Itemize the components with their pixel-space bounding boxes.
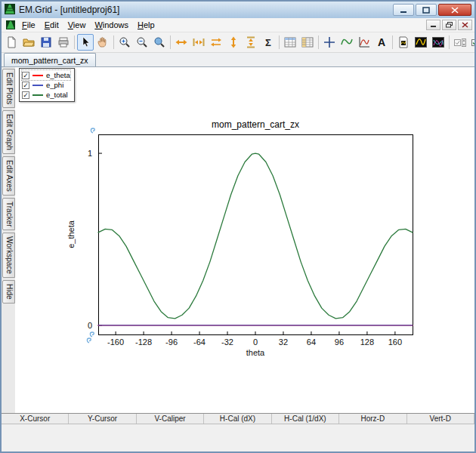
swap-horizontal-icon[interactable] [208,34,224,51]
toolbar-separator [392,35,393,49]
green-curve-icon[interactable] [338,34,355,51]
new-document-icon[interactable] [3,34,20,51]
toolbar-separator [318,35,319,49]
menu-view[interactable]: View [63,19,91,31]
readout-h-cal-1dx: H-Cal (1/dX) [272,414,339,424]
menu-help[interactable]: Help [133,19,159,31]
svg-text:e_theta: e_theta [66,220,76,248]
svg-text:-96: -96 [165,337,178,347]
plot-area: e_theta e_phi e_total mom_pattern_cart_z… [15,67,474,413]
series-color-swatch [32,75,43,76]
readout-x-cursor: X-Cursor [2,414,69,424]
document-tab-bar: mom_pattern_cart_zx [2,53,474,67]
mdi-minimize-button[interactable] [426,20,440,30]
toolbar-separator [279,35,280,49]
zoom-region-icon[interactable] [151,34,168,51]
fit-horizontal-icon[interactable] [190,34,207,51]
toolbar-separator [74,35,75,49]
legend-item-label: e_total [46,91,68,99]
status-bar: X-Cursor Y-Cursor V-Caliper H-Cal (dX) H… [2,413,474,451]
mdi-child-icon[interactable] [6,20,15,29]
open-folder-icon[interactable] [20,34,37,51]
toolbar: Σ A Layout [2,32,474,53]
sidebar-item-edit-axes[interactable]: Edit Axes [2,156,15,196]
sidebar-item-workspace[interactable]: Workspace [2,233,15,278]
readout-h-cal-dx: H-Cal (dX) [204,414,271,424]
sidebar-item-hide[interactable]: Hide [2,280,15,304]
sum-sigma-icon[interactable]: Σ [260,34,277,51]
svg-text:160: 160 [388,337,402,347]
pan-hand-icon[interactable] [94,34,111,51]
select-cursor-icon[interactable] [77,34,94,51]
svg-text:theta: theta [246,348,265,357]
waveform-dark-multi-icon[interactable] [430,34,447,51]
data-table-icon[interactable] [282,34,298,51]
toolbar-separator [170,35,171,49]
plot-legend: e_theta e_phi e_total [19,68,75,102]
series-color-swatch [32,85,43,86]
svg-text:32: 32 [279,337,288,347]
readout-header-row: X-Cursor Y-Cursor V-Caliper H-Cal (dX) H… [2,414,474,424]
menu-windows[interactable]: Windows [90,19,133,31]
maximize-button[interactable] [416,4,437,16]
crosshair-plus-icon[interactable] [321,34,338,51]
menu-edit[interactable]: Edit [40,19,63,31]
legend-item-label: e_theta [46,71,70,79]
mdi-close-button[interactable] [458,20,472,30]
menu-file[interactable]: File [17,19,40,31]
mdi-restore-button[interactable] [442,20,456,30]
axes-curve-icon[interactable] [356,34,372,51]
readout-v-caliper: V-Caliper [137,414,204,424]
print-icon[interactable] [55,34,72,51]
text-annotation-icon[interactable]: A [373,34,390,51]
svg-text:128: 128 [360,337,374,347]
legend-item-e-theta[interactable]: e_theta [22,70,70,80]
expand-vertical-icon[interactable] [225,34,242,51]
toolbar-separator [449,35,450,49]
close-button[interactable] [438,4,471,16]
legend-item-label: e_phi [46,81,63,89]
series-color-swatch [32,94,43,96]
svg-text:0: 0 [88,321,92,330]
save-icon[interactable] [38,34,54,51]
fit-vertical-icon[interactable] [243,34,259,51]
svg-text:A: A [378,36,385,48]
svg-text:Σ: Σ [265,37,271,48]
menu-bar: File Edit View Windows Help [2,18,474,32]
svg-text:-160: -160 [107,337,124,347]
legend-item-e-total[interactable]: e_total [22,90,70,100]
checkbox-checked-icon[interactable] [22,72,29,79]
svg-text:-64: -64 [193,337,206,347]
sidebar-item-tracker[interactable]: Tracker [2,198,15,231]
title-bar: EM.Grid - [untitledproj61] [2,2,474,18]
minimize-button[interactable] [393,4,414,16]
svg-text:1: 1 [88,149,92,158]
page-chart-icon[interactable] [395,34,412,51]
sidebar-item-edit-graph[interactable]: Edit Graph [2,110,15,154]
toolbar-separator [113,35,114,49]
waveform-dark-yellow-icon[interactable] [413,34,429,51]
app-logo-icon [5,4,15,16]
svg-text:96: 96 [335,337,344,347]
checkbox-spinner-a-icon[interactable] [452,34,468,51]
checkbox-checked-icon[interactable] [22,91,29,99]
left-sidebar: Edit Plots Edit Graph Edit Axes Tracker … [2,67,15,413]
svg-text:-32: -32 [221,337,233,347]
legend-item-e-phi[interactable]: e_phi [22,80,70,90]
plot-canvas[interactable]: mom_pattern_cart_zx-160-128-96-64-320326… [54,118,422,366]
expand-horizontal-icon[interactable] [173,34,190,51]
readout-vert-d: Vert-D [407,414,474,424]
svg-text:mom_pattern_cart_zx: mom_pattern_cart_zx [212,119,299,130]
checkbox-checked-icon[interactable] [22,82,29,89]
zoom-in-icon[interactable] [116,34,133,51]
tab-mom-pattern-cart-zx[interactable]: mom_pattern_cart_zx [4,53,96,66]
data-table-alt-icon[interactable] [299,34,316,51]
svg-text:0: 0 [253,337,258,347]
svg-text:64: 64 [307,337,316,347]
content-area: Edit Plots Edit Graph Edit Axes Tracker … [2,67,474,413]
readout-horz-d: Horz-D [339,414,406,424]
svg-text:-128: -128 [135,337,152,347]
sidebar-item-edit-plots[interactable]: Edit Plots [2,69,15,108]
zoom-out-icon[interactable] [134,34,150,51]
checkbox-spinner-b-icon[interactable] [469,34,474,51]
